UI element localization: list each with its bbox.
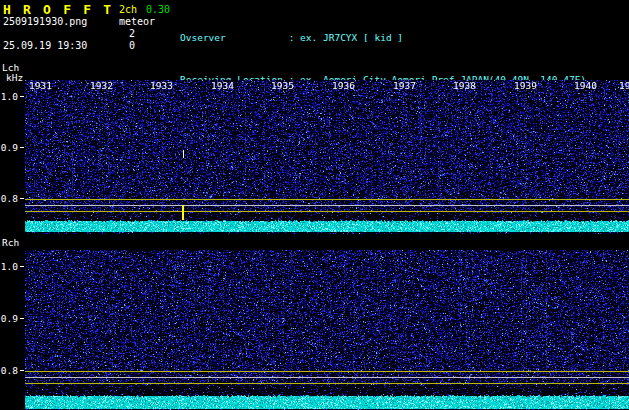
time-label: 1937 [393,81,416,91]
app-title: H R O F F T [3,2,113,17]
time-label: 1934 [211,81,234,91]
tick-mark [20,370,24,371]
khz-unit-label: kHz [6,73,23,83]
output-filename: 2509191930.png [3,16,87,27]
lch-freq-tick-0.8: 0.8 [0,194,25,204]
lch-freq-tick-0.9: 0.9 [0,143,25,153]
tick-mark [20,198,24,199]
freq-tick-label: 1.0 [1,92,18,102]
freq-tick-label: 0.8 [1,194,18,204]
time-label: 1936 [332,81,355,91]
rch-noise-canvas [25,250,629,410]
tick-mark [20,147,24,148]
tick-mark [20,266,24,267]
lch-freq-tick-1.0: 1.0 [0,92,25,102]
version-number: 0.30 [146,4,170,15]
freq-tick-label: 0.9 [1,143,18,153]
time-label: 1939 [514,81,537,91]
datetime: 25.09.19 19:30 [3,40,87,51]
rch-spectrogram-panel [25,250,629,410]
time-label: 19 [619,81,629,91]
hrofft-screen: { "header": { "title": "H R O F F T", "m… [0,0,629,410]
time-label: 1933 [150,81,173,91]
freq-tick-label: 0.8 [1,366,18,376]
rch-freq-tick-0.9: 0.9 [0,314,25,324]
freq-tick-label: 1.0 [1,262,18,272]
time-label: 1940 [574,81,597,91]
channel-mode: 2ch [119,4,137,15]
rch-freq-tick-1.0: 1.0 [0,262,25,272]
meteor-count-lch: 2 [129,28,135,39]
lch-noise-canvas [25,80,629,234]
meteor-label: meteor [119,16,155,27]
observer-line: Ovserver : ex. JR7CYX [ kid ] [180,31,615,45]
time-label: 1938 [453,81,476,91]
time-label: 1931 [29,81,52,91]
freq-tick-label: 0.9 [1,314,18,324]
rch-freq-tick-0.8: 0.8 [0,366,25,376]
rch-channel-label: Rch [2,238,19,248]
lch-spectrogram-panel: 1931 1932 1933 1934 1935 1936 1937 1938 … [25,80,629,234]
tick-mark [20,96,24,97]
time-label: 1935 [271,81,294,91]
meteor-count-rch: 0 [129,40,135,51]
time-label: 1932 [90,81,113,91]
tick-mark [20,318,24,319]
